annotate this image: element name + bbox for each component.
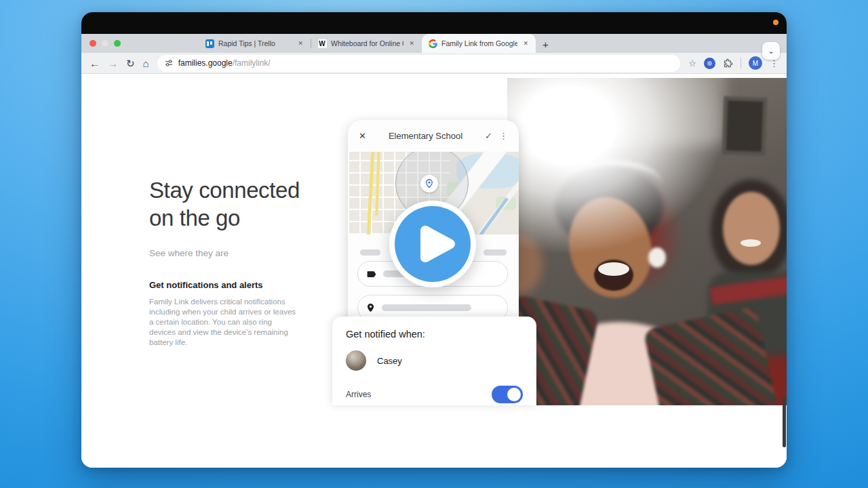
video-play-button[interactable] xyxy=(389,201,476,287)
recording-indicator-dot xyxy=(773,20,778,25)
toolbar-separator xyxy=(741,58,741,68)
video-frame-background: Rapid Tips | Trello ✕ W Whiteboard for O… xyxy=(0,0,868,488)
whiteboard-icon: W xyxy=(317,39,327,48)
tab-label: Rapid Tips | Trello xyxy=(218,39,292,47)
child-avatar xyxy=(346,350,366,371)
notify-card: Get notified when: Casey Arrives xyxy=(332,317,536,405)
phone-menu-icon[interactable]: ⋮ xyxy=(499,131,508,141)
tab-list: Rapid Tips | Trello ✕ W Whiteboard for O… xyxy=(199,34,555,53)
map-river-line xyxy=(470,197,509,235)
arrives-toggle[interactable] xyxy=(492,386,523,403)
hero-photo xyxy=(507,78,787,405)
back-icon[interactable]: ← xyxy=(90,58,100,68)
pin-icon xyxy=(366,303,375,313)
close-icon[interactable]: ✕ xyxy=(359,131,366,141)
slider-pill xyxy=(484,249,507,256)
tab-family-link-active[interactable]: Family Link from Google - Fa ✕ xyxy=(422,34,536,53)
slider-pill xyxy=(360,249,380,256)
bookmark-star-icon[interactable]: ☆ xyxy=(688,58,696,68)
extensions-puzzle-icon[interactable] xyxy=(723,58,733,68)
google-g-icon xyxy=(428,39,437,48)
scrollbar-thumb[interactable] xyxy=(783,397,786,447)
photo-wall-frame xyxy=(722,96,768,156)
hero-subtitle: See where they are xyxy=(149,248,326,258)
home-icon[interactable]: ⌂ xyxy=(143,58,149,68)
photo-man-teeth xyxy=(598,262,629,276)
trello-icon xyxy=(205,39,214,48)
phone-title: Elementary School xyxy=(373,131,478,141)
child-row[interactable]: Casey xyxy=(346,350,523,371)
phone-header: ✕ Elementary School ✓ ⋮ xyxy=(348,120,519,152)
site-settings-tune-icon[interactable] xyxy=(165,59,173,67)
tab-label: Family Link from Google - Fa xyxy=(441,39,517,47)
browser-toolbar: ← → ↻ ⌂ families.google/familylink/ ☆ xyxy=(81,53,787,73)
child-name: Casey xyxy=(377,356,402,366)
extension-icon[interactable] xyxy=(704,58,715,69)
close-tab-icon[interactable]: ✕ xyxy=(296,39,304,48)
arrives-row: Arrives xyxy=(346,386,523,403)
chevron-down-button[interactable]: ⌄ xyxy=(762,42,780,60)
toggle-thumb xyxy=(507,388,521,401)
profile-avatar[interactable]: M xyxy=(749,56,762,70)
placeholder-bar xyxy=(382,304,471,311)
tab-label: Whiteboard for Online Collab xyxy=(331,39,403,47)
reload-icon[interactable]: ↻ xyxy=(126,58,135,68)
close-tab-icon[interactable]: ✕ xyxy=(408,39,416,48)
play-icon xyxy=(395,206,471,282)
photo-light-flare xyxy=(507,78,724,254)
new-tab-button[interactable]: + xyxy=(536,39,555,53)
photo-woman-smile xyxy=(741,239,761,247)
tab-trello[interactable]: Rapid Tips | Trello ✕ xyxy=(199,34,311,53)
hero-copy: Stay connected on the go See where they … xyxy=(149,176,326,348)
close-window-button[interactable] xyxy=(90,40,96,47)
location-pin-icon[interactable] xyxy=(420,175,438,192)
photo-woman-face xyxy=(723,192,780,265)
traffic-lights xyxy=(90,40,121,47)
address-bar[interactable]: families.google/familylink/ xyxy=(157,55,681,72)
url-text: families.google/familylink/ xyxy=(178,58,271,68)
browser-window: Rapid Tips | Trello ✕ W Whiteboard for O… xyxy=(81,12,787,468)
tab-strip: Rapid Tips | Trello ✕ W Whiteboard for O… xyxy=(81,34,787,53)
page-title: Stay connected on the go xyxy=(149,176,326,232)
close-tab-icon[interactable]: ✕ xyxy=(521,39,530,48)
arrives-label: Arrives xyxy=(346,390,371,399)
forward-icon[interactable]: → xyxy=(108,58,118,68)
notify-title: Get notified when: xyxy=(346,329,523,340)
section-heading: Get notifications and alerts xyxy=(149,280,326,290)
section-body: Family Link delivers critical notificati… xyxy=(149,297,300,348)
page-viewport: Stay connected on the go See where they … xyxy=(81,73,787,468)
tab-whiteboard[interactable]: W Whiteboard for Online Collab ✕ xyxy=(311,34,422,53)
confirm-check-icon[interactable]: ✓ xyxy=(485,131,492,141)
minimize-window-button[interactable] xyxy=(102,40,108,47)
zoom-window-button[interactable] xyxy=(114,40,121,47)
label-tag-icon xyxy=(366,269,376,279)
window-titlebar xyxy=(81,12,787,34)
